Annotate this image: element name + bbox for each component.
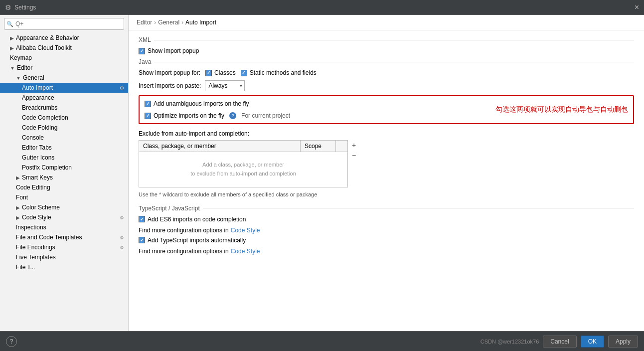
arrow-icon: ▶	[16, 205, 20, 210]
remove-exclude-button[interactable]: −	[350, 150, 358, 160]
close-button[interactable]: ×	[635, 3, 639, 12]
sidebar-item-smart-keys[interactable]: ▶ Smart Keys	[0, 173, 128, 182]
sidebar-item-label: Postfix Completion	[22, 164, 72, 171]
sidebar-item-file-code-templates[interactable]: File and Code Templates ⚙	[0, 232, 128, 242]
sidebar-item-breadcrumbs[interactable]: Breadcrumbs	[0, 103, 128, 113]
breadcrumb-general: General	[158, 19, 179, 26]
cancel-button[interactable]: Cancel	[543, 336, 576, 348]
sidebar-item-file-encodings[interactable]: File Encodings ⚙	[0, 242, 128, 252]
find-more-es6-row: Find more configuration options in Code …	[139, 227, 634, 234]
sidebar-item-code-folding[interactable]: Code Folding	[0, 123, 128, 133]
insert-imports-select-wrap: Always Ask Never	[205, 80, 245, 91]
sidebar-item-gutter-icons[interactable]: Gutter Icons	[0, 153, 128, 163]
add-typescript-checkbox[interactable]: ✓ Add TypeScript imports automatically	[139, 237, 246, 244]
sidebar-item-postfix-completion[interactable]: Postfix Completion	[0, 163, 128, 173]
apply-button[interactable]: Apply	[608, 336, 638, 348]
breadcrumb: Editor › General › Auto Import	[129, 15, 644, 30]
classes-checkbox[interactable]: ✓ Classes	[205, 69, 236, 76]
checkbox-indicator: ✓	[139, 48, 145, 54]
insert-imports-row: Insert imports on paste: Always Ask Neve…	[139, 80, 634, 91]
sidebar-item-label: Font	[16, 194, 28, 201]
sidebar-item-label: Keymap	[10, 54, 32, 61]
optimize-imports-checkbox[interactable]: ✓ Optimize imports on the fly	[145, 112, 224, 119]
sidebar-item-keymap[interactable]: Keymap	[0, 53, 128, 63]
sidebar-item-code-completion[interactable]: Code Completion	[0, 113, 128, 123]
arrow-icon: ▼	[10, 65, 15, 71]
sidebar-item-inspections[interactable]: Inspections	[0, 222, 128, 232]
hint-text: Use the * wildcard to exclude all member…	[139, 190, 348, 199]
settings-icon: ⚙	[120, 245, 124, 250]
sidebar-item-appearance-behavior[interactable]: ▶ Appearance & Behavior	[0, 33, 128, 43]
sidebar-item-alibaba[interactable]: ▶ Alibaba Cloud Toolkit	[0, 43, 128, 53]
arrow-icon: ▶	[16, 215, 20, 220]
window-title: Settings	[14, 4, 635, 11]
sidebar-item-editor[interactable]: ▼ Editor	[0, 63, 128, 73]
arrow-icon: ▶	[16, 175, 20, 180]
tree-area: ▶ Appearance & Behavior ▶ Alibaba Cloud …	[0, 33, 128, 331]
breadcrumb-sep1: ›	[154, 19, 156, 26]
sidebar-item-auto-import[interactable]: Auto Import ⚙	[0, 83, 128, 93]
add-unambiguous-row: ✓ Add unambiguous imports on the fly	[145, 100, 628, 107]
sidebar-item-label: File and Code Templates	[16, 234, 82, 241]
sidebar-item-live-templates[interactable]: Live Templates	[0, 252, 128, 262]
find-more-ts-prefix: Find more configuration options in	[139, 248, 229, 255]
optimize-imports-label: Optimize imports on the fly	[154, 112, 224, 119]
find-more-es6-prefix: Find more configuration options in	[139, 227, 229, 234]
app-icon: ⚙	[5, 3, 11, 11]
bottom-bar: ? CSDN @wer12321ok76 Cancel OK Apply	[0, 331, 644, 351]
sidebar-item-console[interactable]: Console	[0, 133, 128, 143]
checkbox-indicator: ✓	[241, 70, 247, 76]
sidebar-item-color-scheme[interactable]: ▶ Color Scheme	[0, 202, 128, 212]
sidebar-item-file-types[interactable]: File T...	[0, 262, 128, 272]
show-import-for-label: Show import popup for:	[139, 69, 200, 76]
add-unambiguous-checkbox[interactable]: ✓ Add unambiguous imports on the fly	[145, 100, 249, 107]
static-methods-checkbox[interactable]: ✓ Static methods and fields	[241, 69, 317, 76]
insert-imports-select[interactable]: Always Ask Never	[205, 80, 245, 91]
sidebar-item-code-editing[interactable]: Code Editing	[0, 182, 128, 192]
show-import-popup-checkbox[interactable]: ✓ Show import popup	[139, 47, 199, 54]
right-panel: Editor › General › Auto Import XML ✓ Sho…	[129, 15, 644, 331]
show-import-popup-row: ✓ Show import popup	[139, 47, 634, 54]
sidebar-item-label: Console	[22, 134, 44, 141]
sidebar-item-font[interactable]: Font	[0, 192, 128, 202]
settings-icon: ⚙	[120, 235, 124, 240]
add-exclude-button[interactable]: +	[350, 140, 358, 150]
bottom-right: CSDN @wer12321ok76 Cancel OK Apply	[481, 336, 638, 348]
exclude-col-scope: Scope	[301, 141, 335, 152]
exclude-table-body: Add a class, package, or member to exclu…	[139, 152, 347, 187]
search-input[interactable]	[4, 18, 124, 30]
sidebar-item-label: Smart Keys	[22, 174, 53, 181]
sidebar-item-code-style[interactable]: ▶ Code Style ⚙	[0, 212, 128, 222]
sidebar-item-general[interactable]: ▼ General	[0, 73, 128, 83]
optimize-imports-row: ✓ Optimize imports on the fly ? For curr…	[145, 112, 628, 119]
code-style-link-ts[interactable]: Code Style	[231, 248, 260, 255]
ok-button[interactable]: OK	[581, 336, 604, 348]
add-es6-checkbox[interactable]: ✓ Add ES6 imports on code completion	[139, 216, 246, 223]
sidebar-item-appearance[interactable]: Appearance	[0, 93, 128, 103]
for-current-project-label: For current project	[241, 112, 290, 119]
sidebar-item-label: File Encodings	[16, 244, 55, 251]
arrow-icon: ▼	[16, 75, 21, 81]
help-button[interactable]: ?	[6, 336, 17, 347]
code-style-link-es6[interactable]: Code Style	[231, 227, 260, 234]
dialog-body: 🔍 ▶ Appearance & Behavior ▶ Alibaba Clou…	[0, 15, 644, 331]
exclude-outer: Class, package, or member Scope Add a cl…	[139, 140, 634, 187]
tooltip-icon[interactable]: ?	[229, 112, 236, 119]
highlight-options-box: ✓ Add unambiguous imports on the fly ✓ O…	[139, 95, 634, 124]
exclude-col-btn	[335, 141, 347, 152]
exclude-col-main: Class, package, or member	[139, 141, 301, 152]
sidebar-item-label: Appearance & Behavior	[16, 34, 79, 41]
sidebar-item-editor-tabs[interactable]: Editor Tabs	[0, 143, 128, 153]
left-panel: 🔍 ▶ Appearance & Behavior ▶ Alibaba Clou…	[0, 15, 129, 331]
find-more-ts-row: Find more configuration options in Code …	[139, 248, 634, 255]
typescript-section: TypeScript / JavaScript ✓ Add ES6 import…	[139, 205, 634, 255]
sidebar-item-label: Auto Import	[22, 84, 53, 91]
exclude-section: Exclude from auto-import and completion:…	[139, 130, 634, 199]
sidebar-item-label: Code Completion	[22, 114, 68, 121]
breadcrumb-editor: Editor	[137, 19, 152, 26]
settings-icon: ⚙	[120, 215, 124, 220]
arrow-icon: ▶	[10, 45, 14, 51]
sidebar-item-label: Editor	[17, 64, 32, 71]
sidebar-item-label: Inspections	[16, 224, 46, 231]
add-es6-label: Add ES6 imports on code completion	[148, 216, 246, 223]
